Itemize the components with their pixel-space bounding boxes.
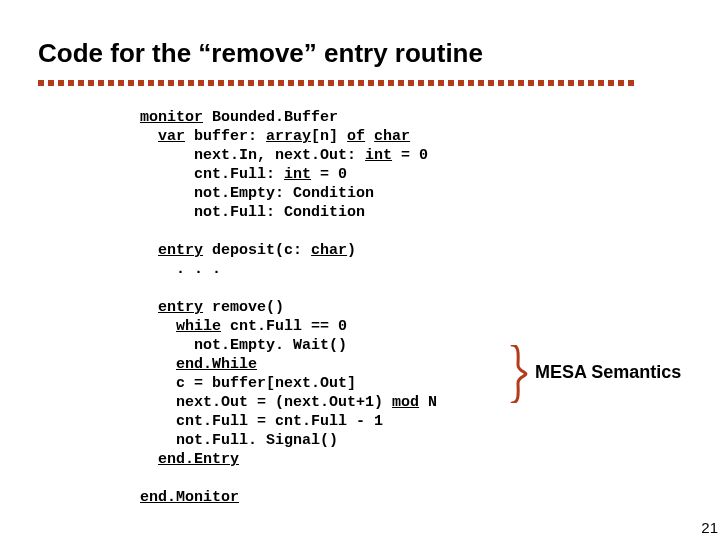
kw-var: var bbox=[158, 128, 185, 145]
kw-char: char bbox=[374, 128, 410, 145]
code-text: next.In, next.Out: bbox=[140, 147, 365, 164]
code-text: deposit(c: bbox=[203, 242, 311, 259]
kw-endwhile: end.While bbox=[176, 356, 257, 373]
code-text: = 0 bbox=[311, 166, 347, 183]
code-text bbox=[140, 451, 158, 468]
kw-int: int bbox=[365, 147, 392, 164]
kw-monitor: monitor bbox=[140, 109, 203, 126]
code-text: [n] bbox=[311, 128, 347, 145]
code-text bbox=[140, 242, 158, 259]
code-text bbox=[140, 356, 176, 373]
code-text: cnt.Full == 0 bbox=[221, 318, 347, 335]
code-text: not.Full. Signal() bbox=[140, 432, 338, 449]
title-underline bbox=[38, 80, 638, 86]
code-text: buffer: bbox=[185, 128, 266, 145]
code-text: . . . bbox=[140, 261, 221, 278]
code-text bbox=[140, 299, 158, 316]
code-text bbox=[140, 318, 176, 335]
curly-brace-icon bbox=[510, 345, 528, 403]
slide-title: Code for the “remove” entry routine bbox=[38, 38, 483, 69]
code-text: c = buffer[next.Out] bbox=[140, 375, 356, 392]
code-text: not.Empty. Wait() bbox=[140, 337, 347, 354]
code-text: N bbox=[419, 394, 437, 411]
code-text: cnt.Full = cnt.Full - 1 bbox=[140, 413, 383, 430]
code-text bbox=[365, 128, 374, 145]
kw-mod: mod bbox=[392, 394, 419, 411]
code-text: ) bbox=[347, 242, 356, 259]
kw-int: int bbox=[284, 166, 311, 183]
code-text: remove() bbox=[203, 299, 284, 316]
code-text bbox=[140, 128, 158, 145]
kw-while: while bbox=[176, 318, 221, 335]
kw-endentry: end.Entry bbox=[158, 451, 239, 468]
kw-endmonitor: end.Monitor bbox=[140, 489, 239, 506]
code-text: next.Out = (next.Out+1) bbox=[140, 394, 392, 411]
kw-array: array bbox=[266, 128, 311, 145]
kw-char: char bbox=[311, 242, 347, 259]
code-block: monitor Bounded.Buffer var buffer: array… bbox=[140, 108, 437, 507]
slide: Code for the “remove” entry routine moni… bbox=[0, 0, 720, 540]
code-text: cnt.Full: bbox=[140, 166, 284, 183]
code-text: Bounded.Buffer bbox=[203, 109, 338, 126]
code-text: = 0 bbox=[392, 147, 428, 164]
annotation-label: MESA Semantics bbox=[535, 362, 681, 383]
kw-of: of bbox=[347, 128, 365, 145]
code-text: not.Empty: Condition bbox=[140, 185, 374, 202]
code-text: not.Full: Condition bbox=[140, 204, 365, 221]
kw-entry: entry bbox=[158, 299, 203, 316]
page-number: 21 bbox=[701, 519, 718, 536]
kw-entry: entry bbox=[158, 242, 203, 259]
